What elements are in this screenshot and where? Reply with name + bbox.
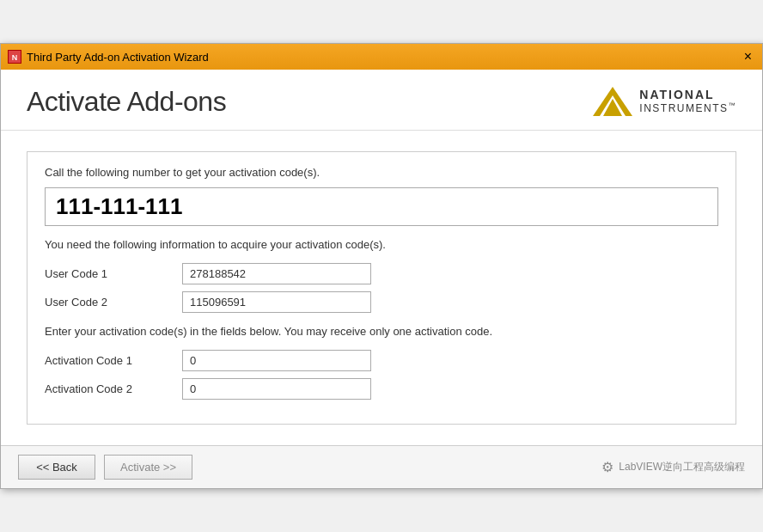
activate-button[interactable]: Activate >>: [104, 455, 192, 480]
activation-code-1-input[interactable]: [182, 350, 371, 371]
content-area: Call the following number to get your ac…: [1, 131, 762, 445]
watermark-icon: ⚙: [601, 459, 613, 475]
user-code-1-input[interactable]: [182, 263, 371, 284]
user-code-1-label: User Code 1: [45, 267, 182, 280]
ni-logo: NATIONAL INSTRUMENTS™: [591, 85, 736, 118]
main-header: Activate Add-ons NATIONAL INSTRUMENTS™: [1, 70, 762, 131]
activation-code-2-input[interactable]: [182, 378, 371, 400]
call-instruction-text: Call the following number to get your ac…: [45, 166, 718, 179]
activation-code-1-row: Activation Code 1: [45, 350, 718, 371]
user-code-2-input[interactable]: [182, 291, 371, 313]
app-icon: N: [8, 50, 21, 64]
user-code-1-row: User Code 1: [45, 263, 718, 284]
back-button[interactable]: << Back: [18, 455, 95, 480]
footer-buttons: << Back Activate >>: [18, 455, 192, 480]
section-box: Call the following number to get your ac…: [27, 151, 736, 425]
ni-national-text: NATIONAL: [639, 89, 736, 101]
user-info-instruction-text: You need the following information to ac…: [45, 238, 718, 251]
footer: << Back Activate >> ⚙ LabVIEW逆向工程高级编程: [1, 445, 762, 488]
ni-instruments-text: INSTRUMENTS™: [639, 102, 736, 114]
ni-logo-text: NATIONAL INSTRUMENTS™: [639, 89, 736, 114]
ni-logo-icon: [591, 85, 634, 118]
title-bar: N Third Party Add-on Activation Wizard ×: [1, 44, 762, 70]
svg-text:N: N: [12, 53, 18, 62]
phone-number-display: 111-111-111: [45, 187, 718, 226]
page-title: Activate Add-ons: [27, 86, 226, 118]
main-window: N Third Party Add-on Activation Wizard ×…: [0, 43, 763, 489]
activation-instruction-text: Enter your activation code(s) in the fie…: [45, 325, 718, 338]
user-code-2-row: User Code 2: [45, 291, 718, 313]
activation-code-1-label: Activation Code 1: [45, 354, 182, 367]
activation-code-2-label: Activation Code 2: [45, 382, 182, 395]
close-button[interactable]: ×: [741, 50, 755, 64]
user-code-2-label: User Code 2: [45, 296, 182, 309]
ni-logo-mark: NATIONAL INSTRUMENTS™: [591, 85, 736, 118]
activation-code-2-row: Activation Code 2: [45, 378, 718, 400]
watermark-text: LabVIEW逆向工程高级编程: [619, 460, 745, 474]
footer-watermark: ⚙ LabVIEW逆向工程高级编程: [601, 459, 745, 475]
title-bar-left: N Third Party Add-on Activation Wizard: [8, 50, 209, 64]
title-bar-text: Third Party Add-on Activation Wizard: [27, 51, 209, 64]
